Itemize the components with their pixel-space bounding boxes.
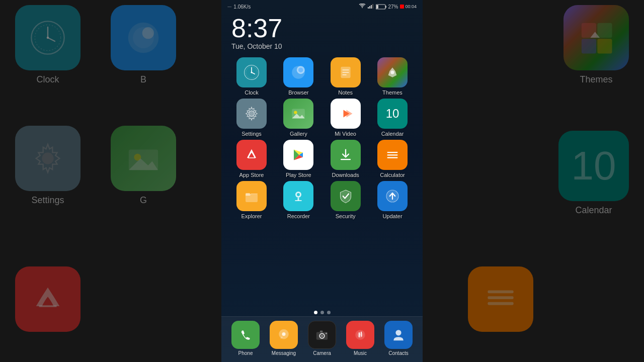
app-notes[interactable]: Notes	[326, 57, 366, 96]
music-icon: ♪	[346, 321, 374, 349]
svg-rect-51	[387, 152, 397, 153]
svg-line-3	[48, 38, 55, 41]
svg-rect-14	[582, 39, 596, 53]
app-gallery[interactable]: Gallery	[278, 99, 318, 137]
app-security[interactable]: Security	[326, 181, 366, 219]
app-settings[interactable]: Settings	[231, 99, 272, 137]
battery-indicator: 27%	[376, 4, 398, 10]
messaging-label: Messaging	[272, 350, 296, 356]
bg-settings-icon	[15, 126, 80, 191]
bg-calendar-icon: 10	[558, 131, 629, 201]
bg-settings-label: Settings	[31, 195, 64, 206]
page-dot-3[interactable]	[327, 311, 331, 314]
svg-text:♪: ♪	[358, 331, 361, 337]
svg-rect-16	[488, 291, 513, 294]
dock-camera[interactable]: Camera	[304, 321, 340, 356]
page-dot-2[interactable]	[320, 311, 324, 314]
recorder-icon	[283, 181, 313, 211]
gallery-icon	[283, 99, 313, 129]
phone-label: Phone	[238, 350, 253, 356]
app-browser[interactable]: Browser	[278, 57, 318, 96]
dock-contacts[interactable]: Contacts	[381, 321, 416, 356]
settings-icon	[236, 99, 267, 129]
svg-point-7	[142, 27, 154, 39]
svg-rect-53	[387, 157, 397, 158]
page-dot-1[interactable]	[314, 311, 317, 314]
dock: Phone Messaging	[221, 316, 423, 362]
app-grid: Clock Browser	[221, 52, 423, 307]
themes-label: Themes	[382, 89, 403, 96]
svg-rect-13	[597, 23, 612, 38]
recorder-label: Recorder	[287, 213, 310, 219]
bg-browser-icon	[111, 5, 176, 70]
app-mivideo[interactable]: Mi Video	[326, 99, 366, 137]
contacts-label: Contacts	[388, 350, 408, 356]
svg-point-38	[390, 71, 394, 74]
app-updater[interactable]: Updater	[372, 181, 413, 219]
appstore-icon	[236, 140, 267, 170]
contacts-icon	[384, 321, 413, 349]
bg-calendar-label: Calendar	[575, 205, 612, 216]
dock-phone[interactable]: Phone	[228, 321, 263, 356]
app-themes[interactable]: Themes	[372, 57, 413, 96]
app-clock[interactable]: Clock	[231, 57, 272, 96]
gallery-label: Gallery	[290, 131, 307, 137]
app-playstore[interactable]: Play Store	[278, 140, 318, 178]
status-bar: ··· 1.06K/s	[221, 0, 423, 11]
app-explorer[interactable]: Explorer	[231, 181, 272, 219]
dock-music[interactable]: ♪ Music	[343, 321, 378, 356]
bg-browser-label: B	[140, 74, 146, 85]
downloads-label: Downloads	[332, 172, 359, 178]
svg-rect-52	[387, 154, 397, 155]
explorer-icon	[236, 181, 267, 211]
phone-screen: ··· 1.06K/s	[221, 0, 423, 362]
app-recorder[interactable]: Recorder	[278, 181, 318, 219]
network-speed: 1.06K/s	[233, 4, 251, 10]
bg-appstore-icon	[15, 266, 80, 332]
mivideo-label: Mi Video	[335, 131, 356, 137]
mivideo-icon	[331, 99, 361, 129]
svg-point-68	[326, 333, 327, 334]
bg-themes-icon	[564, 5, 629, 70]
music-label: Music	[354, 350, 367, 356]
notes-label: Notes	[338, 89, 353, 96]
app-calendar[interactable]: 10 Calendar	[372, 99, 413, 137]
page-dots	[221, 307, 423, 316]
messaging-icon	[270, 321, 298, 349]
status-right: 27% 00:04	[359, 4, 417, 10]
downloads-icon	[331, 140, 361, 170]
camera-icon	[308, 321, 336, 349]
calculator-label: Calculator	[380, 172, 405, 178]
svg-rect-15	[597, 39, 612, 53]
bg-calculator-icon	[468, 266, 533, 332]
app-calculator[interactable]: Calculator	[372, 140, 413, 178]
themes-icon	[377, 57, 408, 87]
background-left: Clock B Settings	[0, 0, 221, 362]
svg-rect-19	[368, 7, 369, 9]
browser-label: Browser	[288, 89, 308, 96]
dock-messaging[interactable]: Messaging	[266, 321, 301, 356]
svg-point-30	[251, 71, 252, 73]
appstore-label: App Store	[239, 172, 264, 178]
svg-rect-21	[371, 5, 372, 9]
app-downloads[interactable]: Downloads	[326, 140, 366, 178]
time-area: 8:37 Tue, October 10	[221, 11, 423, 52]
clock-label: Clock	[245, 89, 259, 96]
svg-point-72	[395, 330, 401, 335]
record-time: 00:04	[405, 4, 417, 9]
app-appstore[interactable]: App Store	[231, 140, 272, 178]
svg-point-8	[42, 152, 53, 164]
svg-rect-25	[376, 5, 378, 9]
calculator-icon	[377, 140, 408, 170]
svg-rect-55	[246, 193, 250, 196]
security-label: Security	[336, 213, 356, 219]
playstore-icon	[283, 140, 313, 170]
svg-point-66	[320, 334, 324, 337]
wifi-icon	[359, 4, 366, 10]
phone-icon	[231, 321, 260, 349]
bg-clock-icon	[15, 5, 80, 70]
signal-dots: ···	[227, 4, 231, 10]
bg-gallery-label: G	[140, 195, 147, 206]
svg-point-57	[297, 193, 300, 196]
app-row-1: Clock Browser	[231, 57, 413, 96]
